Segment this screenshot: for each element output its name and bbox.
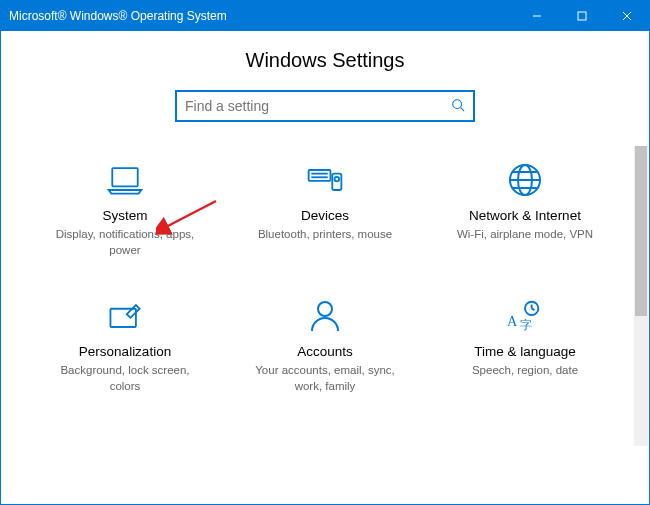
minimize-button[interactable]: [514, 1, 559, 31]
svg-point-17: [318, 302, 332, 316]
svg-rect-6: [112, 168, 137, 186]
tile-devices[interactable]: Devices Bluetooth, printers, mouse: [235, 162, 415, 258]
svg-line-20: [532, 308, 535, 310]
tile-desc: Speech, region, date: [472, 363, 578, 379]
content-area: Windows Settings System Display, notific…: [1, 31, 649, 504]
scrollbar[interactable]: [634, 146, 648, 446]
search-box[interactable]: [175, 90, 475, 122]
devices-icon: [305, 162, 345, 198]
time-language-icon: A字: [505, 298, 545, 334]
search-wrap: [1, 90, 649, 122]
svg-text:字: 字: [520, 318, 532, 332]
tile-label: Time & language: [474, 344, 576, 359]
personalization-icon: [105, 298, 145, 334]
tile-network[interactable]: Network & Internet Wi-Fi, airplane mode,…: [435, 162, 615, 258]
svg-rect-15: [110, 309, 135, 327]
tile-accounts[interactable]: Accounts Your accounts, email, sync, wor…: [235, 298, 415, 394]
globe-icon: [505, 162, 545, 198]
window-controls: [514, 1, 649, 31]
tile-desc: Background, lock screen, colors: [45, 363, 205, 394]
scrollbar-thumb[interactable]: [635, 146, 647, 316]
tile-label: Accounts: [297, 344, 353, 359]
tile-desc: Display, notifications, apps, power: [45, 227, 205, 258]
tile-time-language[interactable]: A字 Time & language Speech, region, date: [435, 298, 615, 394]
tile-personalization[interactable]: Personalization Background, lock screen,…: [35, 298, 215, 394]
svg-point-11: [335, 177, 340, 182]
svg-line-5: [461, 107, 465, 111]
close-button[interactable]: [604, 1, 649, 31]
tile-label: System: [102, 208, 147, 223]
tile-desc: Wi-Fi, airplane mode, VPN: [457, 227, 593, 243]
person-icon: [305, 298, 345, 334]
search-input[interactable]: [185, 98, 451, 114]
settings-grid: System Display, notifications, apps, pow…: [1, 162, 649, 394]
svg-rect-1: [578, 12, 586, 20]
tile-label: Personalization: [79, 344, 171, 359]
svg-rect-7: [309, 170, 331, 181]
svg-point-4: [453, 99, 462, 108]
tile-desc: Your accounts, email, sync, work, family: [245, 363, 405, 394]
tile-system[interactable]: System Display, notifications, apps, pow…: [35, 162, 215, 258]
page-title: Windows Settings: [1, 49, 649, 72]
window-title: Microsoft® Windows® Operating System: [9, 9, 227, 23]
tile-desc: Bluetooth, printers, mouse: [258, 227, 392, 243]
tile-label: Network & Internet: [469, 208, 581, 223]
search-icon: [451, 98, 465, 115]
laptop-icon: [105, 162, 145, 198]
svg-text:A: A: [507, 313, 518, 329]
title-bar[interactable]: Microsoft® Windows® Operating System: [1, 1, 649, 31]
maximize-button[interactable]: [559, 1, 604, 31]
app-window: Microsoft® Windows® Operating System Win…: [0, 0, 650, 505]
tile-label: Devices: [301, 208, 349, 223]
